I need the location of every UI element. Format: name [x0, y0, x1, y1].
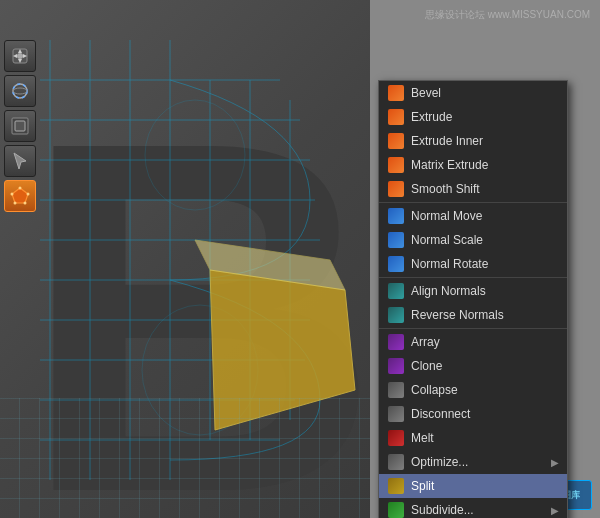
split-icon	[387, 477, 405, 495]
optimize-arrow: ▶	[551, 457, 559, 468]
normal-scale-icon	[387, 231, 405, 249]
menu-item-collapse[interactable]: Collapse	[379, 378, 567, 402]
svg-point-35	[19, 187, 22, 190]
svg-point-38	[14, 202, 17, 205]
menu-item-align-normals[interactable]: Align Normals	[379, 279, 567, 303]
left-toolbar	[4, 40, 40, 212]
menu-item-normal-scale[interactable]: Normal Scale	[379, 228, 567, 252]
extrude-inner-icon	[387, 132, 405, 150]
menu-item-extrude[interactable]: Extrude	[379, 105, 567, 129]
menu-item-optimize[interactable]: Optimize... ▶	[379, 450, 567, 474]
menu-item-normal-move[interactable]: Normal Move	[379, 204, 567, 228]
separator-1	[379, 202, 567, 203]
viewport: B	[0, 0, 600, 518]
svg-marker-34	[12, 188, 28, 203]
menu-item-reverse-normals[interactable]: Reverse Normals	[379, 303, 567, 327]
reverse-normals-icon	[387, 306, 405, 324]
toolbar-select-btn[interactable]	[4, 145, 36, 177]
collapse-icon	[387, 381, 405, 399]
smooth-shift-icon	[387, 180, 405, 198]
menu-item-bevel[interactable]: Bevel	[379, 81, 567, 105]
toolbar-move-btn[interactable]	[4, 40, 36, 72]
optimize-icon	[387, 453, 405, 471]
array-icon	[387, 333, 405, 351]
subdivide-arrow: ▶	[551, 505, 559, 516]
bevel-icon	[387, 84, 405, 102]
svg-point-23	[17, 53, 23, 59]
toolbar-scale-btn[interactable]	[4, 110, 36, 142]
toolbar-polygon-btn[interactable]	[4, 180, 36, 212]
normal-rotate-icon	[387, 255, 405, 273]
menu-item-smooth-shift[interactable]: Smooth Shift	[379, 177, 567, 201]
svg-point-37	[24, 202, 27, 205]
subdivide-icon	[387, 501, 405, 518]
menu-item-subdivide[interactable]: Subdivide... ▶	[379, 498, 567, 518]
align-normals-icon	[387, 282, 405, 300]
menu-item-split[interactable]: Split	[379, 474, 567, 498]
svg-point-30	[13, 88, 27, 94]
menu-item-normal-rotate[interactable]: Normal Rotate	[379, 252, 567, 276]
normal-move-icon	[387, 207, 405, 225]
menu-item-clone[interactable]: Clone	[379, 354, 567, 378]
separator-3	[379, 328, 567, 329]
svg-point-39	[11, 193, 14, 196]
disconnect-icon	[387, 405, 405, 423]
svg-marker-33	[14, 153, 26, 169]
watermark: 思缘设计论坛 www.MISSYUAN.COM	[425, 8, 590, 22]
menu-item-extrude-inner[interactable]: Extrude Inner	[379, 129, 567, 153]
matrix-extrude-icon	[387, 156, 405, 174]
3d-scene: B	[0, 0, 370, 518]
context-menu: Bevel Extrude Extrude Inner Matrix Extru…	[378, 80, 568, 518]
svg-rect-32	[15, 121, 25, 131]
clone-icon	[387, 357, 405, 375]
menu-item-array[interactable]: Array	[379, 330, 567, 354]
melt-icon	[387, 429, 405, 447]
menu-item-matrix-extrude[interactable]: Matrix Extrude	[379, 153, 567, 177]
extrude-icon	[387, 108, 405, 126]
menu-item-disconnect[interactable]: Disconnect	[379, 402, 567, 426]
toolbar-rotate-btn[interactable]	[4, 75, 36, 107]
grid-floor	[0, 398, 370, 518]
menu-item-melt[interactable]: Melt	[379, 426, 567, 450]
svg-point-36	[27, 193, 30, 196]
separator-2	[379, 277, 567, 278]
